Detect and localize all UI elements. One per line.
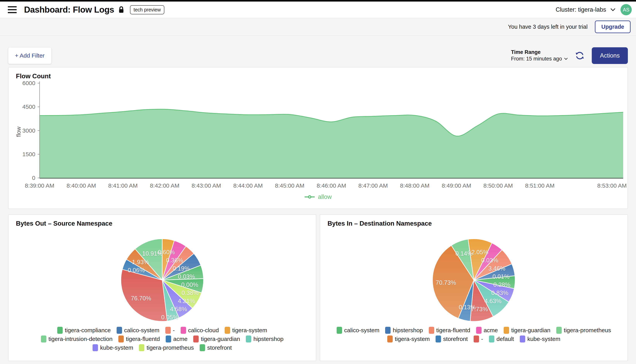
legend-item-tigera-compliance[interactable]: tigera-compliance — [57, 327, 111, 334]
legend-color-chip — [436, 336, 441, 342]
time-range-selector[interactable]: Time Range From: 15 minutes ago — [511, 49, 568, 62]
y-axis-title: flow — [15, 126, 22, 137]
x-tick-label: 8:39:00 AM — [25, 182, 54, 189]
legend-label: tigera-guardian — [511, 327, 550, 334]
window-top-strip — [0, 0, 636, 2]
x-tick-label: 8:49:00 AM — [442, 182, 471, 189]
legend-label: tigera-compliance — [65, 327, 111, 334]
legend-color-chip — [387, 336, 393, 342]
filter-toolbar: + Add Filter Time Range From: 15 minutes… — [8, 47, 628, 64]
flow-count-chart: 01500300045006000flow8:39:00 AM8:40:00 A… — [9, 80, 627, 192]
legend-item-tigera-prometheus[interactable]: tigera-prometheus — [556, 327, 611, 334]
legend-item-acme[interactable]: acme — [166, 336, 187, 342]
legend-item-tigera-system[interactable]: tigera-system — [225, 327, 267, 334]
legend-item-tigera-guardian[interactable]: tigera-guardian — [504, 327, 550, 334]
legend-label: calico-cloud — [188, 327, 219, 334]
legend-item-calico-cloud[interactable]: calico-cloud — [181, 327, 219, 334]
pie-percent-label: 0.03% — [178, 273, 195, 280]
legend-item-tigera-intrusion-detection[interactable]: tigera-intrusion-detection — [41, 336, 113, 342]
legend-color-chip — [139, 344, 144, 351]
cluster-selector[interactable]: Cluster: tigera-labs — [556, 6, 615, 13]
legend-color-chip — [93, 344, 98, 351]
x-tick-label: 8:44:00 AM — [233, 182, 263, 189]
legend-color-chip — [429, 327, 434, 334]
add-filter-button[interactable]: + Add Filter — [8, 47, 52, 64]
pie-percent-label: 0.03% — [481, 257, 498, 264]
legend-item-kube-system[interactable]: kube-system — [93, 344, 133, 351]
legend-item-tigera-guardian[interactable]: tigera-guardian — [193, 336, 240, 342]
actions-button[interactable]: Actions — [592, 47, 628, 64]
legend-item-storefront[interactable]: storefront — [200, 344, 232, 351]
pie-percent-label: 0.01% — [492, 273, 509, 280]
legend-color-chip — [504, 327, 509, 334]
legend-color-chip — [225, 327, 230, 334]
legend-item-calico-system[interactable]: calico-system — [117, 327, 159, 334]
x-tick-label: 8:42:00 AM — [150, 182, 179, 189]
allow-legend-label: allow — [318, 194, 332, 200]
upgrade-button[interactable]: Upgrade — [595, 20, 630, 33]
legend-item-default[interactable]: default — [489, 336, 514, 342]
legend-item-acme[interactable]: acme — [476, 327, 498, 334]
legend-label: - — [173, 327, 175, 334]
legend-item-kube-system[interactable]: kube-system — [520, 336, 560, 342]
x-tick-label: 8:51:00 AM — [525, 182, 554, 189]
legend-row: calico-systemhipstershoptigera-fluentdac… — [320, 327, 627, 334]
page-title: Dashboard: Flow Logs — [24, 5, 114, 14]
flow-chart-legend[interactable]: allow — [9, 194, 627, 200]
avatar[interactable]: AS — [620, 4, 632, 15]
legend-label: tigera-intrusion-detection — [49, 336, 113, 342]
legend-item-tigera-system[interactable]: tigera-system — [387, 336, 430, 342]
legend-row: tigera-intrusion-detectiontigera-fluentd… — [9, 336, 316, 342]
legend-color-chip — [41, 336, 46, 342]
legend-label: calico-system — [124, 327, 159, 334]
bytes-out-legend: tigera-compliancecalico-system-calico-cl… — [9, 327, 316, 351]
pie-percent-label: 4.58% — [170, 306, 187, 313]
legend-color-chip — [181, 327, 186, 334]
x-tick-label: 8:53:00 AM — [597, 182, 627, 189]
pie-percent-label: 76.70% — [131, 295, 151, 302]
refresh-button[interactable] — [575, 51, 584, 60]
y-tick-label: 3000 — [22, 127, 35, 134]
legend-label: acme — [484, 327, 498, 334]
y-tick-label: 0 — [32, 175, 35, 181]
legend-label: hipstershop — [253, 336, 283, 342]
legend-color-chip — [476, 327, 482, 334]
legend-color-chip — [556, 327, 562, 334]
cluster-label: Cluster: tigera-labs — [556, 6, 606, 13]
pie-percent-label: 0.19% — [173, 265, 190, 272]
legend-item-hipstershop[interactable]: hipstershop — [385, 327, 423, 334]
legend-item--[interactable]: - — [165, 327, 175, 334]
trial-banner: You have 3 days left in your trial Upgra… — [0, 18, 636, 36]
area-fill[interactable] — [40, 109, 623, 178]
legend-label: tigera-guardian — [201, 336, 240, 342]
x-tick-label: 8:47:00 AM — [358, 182, 388, 189]
legend-label: acme — [173, 336, 187, 342]
time-range-value: From: 15 minutes ago — [511, 56, 562, 62]
legend-item-storefront[interactable]: storefront — [436, 336, 468, 342]
legend-color-chip — [246, 336, 251, 342]
legend-color-chip — [474, 336, 479, 342]
legend-item-tigera-fluentd[interactable]: tigera-fluentd — [429, 327, 470, 334]
legend-item--[interactable]: - — [474, 336, 483, 342]
x-tick-label: 8:41:00 AM — [108, 182, 138, 189]
legend-label: tigera-prometheus — [564, 327, 611, 334]
legend-item-tigera-fluentd[interactable]: tigera-fluentd — [118, 336, 160, 342]
legend-color-chip — [118, 336, 124, 342]
legend-label: calico-system — [344, 327, 380, 334]
pie-percent-label: 0.28% — [493, 282, 510, 288]
legend-item-hipstershop[interactable]: hipstershop — [246, 336, 283, 342]
y-tick-label: 1500 — [22, 151, 35, 158]
pie-percent-label: 4.63% — [484, 298, 502, 304]
bytes-out-panel: Bytes Out – Source Namespace 0.60%0.36%0… — [8, 214, 316, 361]
time-range-title: Time Range — [511, 49, 568, 56]
tech-preview-badge: tech preview — [130, 5, 164, 14]
hamburger-menu-icon[interactable] — [8, 6, 17, 13]
legend-label: kube-system — [527, 336, 560, 342]
pie-percent-label: 0.83% — [491, 290, 508, 296]
legend-label: tigera-system — [232, 327, 267, 334]
flow-count-title: Flow Count — [9, 72, 627, 80]
legend-item-tigera-prometheus[interactable]: tigera-prometheus — [139, 344, 194, 351]
legend-color-chip — [57, 327, 63, 334]
legend-label: - — [481, 336, 483, 342]
legend-item-calico-system[interactable]: calico-system — [337, 327, 380, 334]
